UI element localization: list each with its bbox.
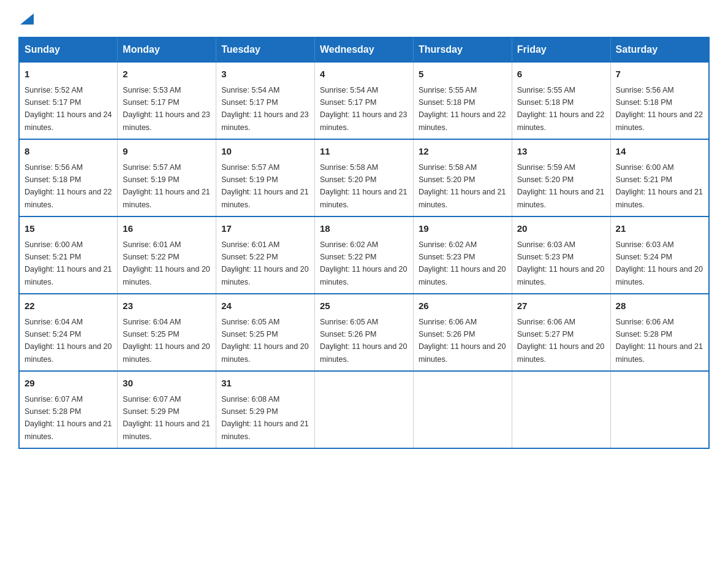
calendar-day-cell: 26 Sunrise: 6:06 AMSunset: 5:26 PMDaylig… — [413, 294, 512, 371]
day-number: 15 — [25, 222, 112, 236]
day-info: Sunrise: 5:53 AMSunset: 5:17 PMDaylight:… — [123, 86, 210, 132]
calendar-day-header: Tuesday — [216, 37, 315, 62]
day-info: Sunrise: 6:02 AMSunset: 5:22 PMDaylight:… — [320, 240, 407, 286]
day-number: 13 — [517, 145, 605, 159]
calendar-week-row: 8 Sunrise: 5:56 AMSunset: 5:18 PMDayligh… — [19, 139, 709, 216]
calendar-day-cell: 28 Sunrise: 6:06 AMSunset: 5:28 PMDaylig… — [610, 294, 709, 371]
day-info: Sunrise: 6:08 AMSunset: 5:29 PMDaylight:… — [221, 395, 308, 441]
calendar-day-cell: 19 Sunrise: 6:02 AMSunset: 5:23 PMDaylig… — [413, 216, 512, 294]
calendar-day-header: Wednesday — [315, 37, 414, 62]
calendar-day-cell: 20 Sunrise: 6:03 AMSunset: 5:23 PMDaylig… — [512, 216, 610, 294]
day-number: 9 — [123, 145, 211, 159]
calendar-day-cell: 1 Sunrise: 5:52 AMSunset: 5:17 PMDayligh… — [19, 62, 118, 139]
day-info: Sunrise: 5:54 AMSunset: 5:17 PMDaylight:… — [221, 86, 308, 132]
day-number: 10 — [221, 145, 309, 159]
calendar-day-cell: 2 Sunrise: 5:53 AMSunset: 5:17 PMDayligh… — [118, 62, 216, 139]
calendar-day-cell: 5 Sunrise: 5:55 AMSunset: 5:18 PMDayligh… — [413, 62, 512, 139]
calendar-day-cell: 23 Sunrise: 6:04 AMSunset: 5:25 PMDaylig… — [118, 294, 216, 371]
calendar-day-cell: 22 Sunrise: 6:04 AMSunset: 5:24 PMDaylig… — [19, 294, 118, 371]
day-number: 28 — [616, 299, 703, 313]
calendar-day-cell: 6 Sunrise: 5:55 AMSunset: 5:18 PMDayligh… — [512, 62, 610, 139]
svg-marker-0 — [20, 13, 34, 25]
day-info: Sunrise: 6:07 AMSunset: 5:28 PMDaylight:… — [25, 395, 112, 441]
calendar-day-cell — [610, 371, 709, 448]
calendar-day-cell: 4 Sunrise: 5:54 AMSunset: 5:17 PMDayligh… — [315, 62, 414, 139]
day-number: 25 — [320, 299, 408, 313]
calendar-week-row: 1 Sunrise: 5:52 AMSunset: 5:17 PMDayligh… — [19, 62, 709, 139]
calendar-week-row: 29 Sunrise: 6:07 AMSunset: 5:28 PMDaylig… — [19, 371, 709, 448]
day-number: 11 — [320, 145, 408, 159]
day-info: Sunrise: 6:07 AMSunset: 5:29 PMDaylight:… — [123, 395, 210, 441]
day-info: Sunrise: 5:54 AMSunset: 5:17 PMDaylight:… — [320, 86, 407, 132]
day-info: Sunrise: 5:56 AMSunset: 5:18 PMDaylight:… — [25, 163, 112, 209]
day-number: 29 — [25, 377, 112, 391]
day-info: Sunrise: 5:55 AMSunset: 5:18 PMDaylight:… — [517, 86, 604, 132]
day-info: Sunrise: 6:02 AMSunset: 5:23 PMDaylight:… — [419, 240, 506, 286]
calendar-day-cell: 21 Sunrise: 6:03 AMSunset: 5:24 PMDaylig… — [610, 216, 709, 294]
day-number: 18 — [320, 222, 408, 236]
day-info: Sunrise: 5:58 AMSunset: 5:20 PMDaylight:… — [419, 163, 506, 209]
day-number: 31 — [221, 377, 309, 391]
day-number: 6 — [517, 67, 605, 82]
day-info: Sunrise: 6:00 AMSunset: 5:21 PMDaylight:… — [616, 163, 703, 209]
calendar-week-row: 22 Sunrise: 6:04 AMSunset: 5:24 PMDaylig… — [19, 294, 709, 371]
page-header — [18, 12, 710, 25]
calendar-day-cell: 9 Sunrise: 5:57 AMSunset: 5:19 PMDayligh… — [118, 139, 216, 216]
calendar-day-cell — [413, 371, 512, 448]
day-number: 16 — [123, 222, 211, 236]
calendar-day-header: Friday — [512, 37, 610, 62]
day-info: Sunrise: 5:59 AMSunset: 5:20 PMDaylight:… — [517, 163, 604, 209]
calendar-day-header: Thursday — [413, 37, 512, 62]
day-number: 4 — [320, 67, 408, 82]
day-number: 27 — [517, 299, 605, 313]
day-number: 7 — [616, 67, 703, 82]
day-info: Sunrise: 5:57 AMSunset: 5:19 PMDaylight:… — [221, 163, 308, 209]
day-number: 2 — [123, 67, 211, 82]
day-number: 30 — [123, 377, 211, 391]
logo — [18, 12, 34, 25]
day-info: Sunrise: 6:04 AMSunset: 5:25 PMDaylight:… — [123, 318, 210, 364]
calendar-day-cell: 18 Sunrise: 6:02 AMSunset: 5:22 PMDaylig… — [315, 216, 414, 294]
calendar-day-cell: 30 Sunrise: 6:07 AMSunset: 5:29 PMDaylig… — [118, 371, 216, 448]
calendar-header-row: SundayMondayTuesdayWednesdayThursdayFrid… — [19, 37, 709, 62]
day-number: 5 — [419, 67, 507, 82]
day-number: 26 — [419, 299, 507, 313]
day-info: Sunrise: 6:03 AMSunset: 5:23 PMDaylight:… — [517, 240, 604, 286]
day-info: Sunrise: 6:01 AMSunset: 5:22 PMDaylight:… — [123, 240, 210, 286]
day-number: 20 — [517, 222, 605, 236]
day-number: 17 — [221, 222, 309, 236]
day-info: Sunrise: 5:58 AMSunset: 5:20 PMDaylight:… — [320, 163, 407, 209]
calendar-day-cell — [315, 371, 414, 448]
day-info: Sunrise: 5:56 AMSunset: 5:18 PMDaylight:… — [616, 86, 703, 132]
calendar-day-cell: 14 Sunrise: 6:00 AMSunset: 5:21 PMDaylig… — [610, 139, 709, 216]
day-info: Sunrise: 6:03 AMSunset: 5:24 PMDaylight:… — [616, 240, 703, 286]
day-number: 21 — [616, 222, 703, 236]
calendar-day-cell: 24 Sunrise: 6:05 AMSunset: 5:25 PMDaylig… — [216, 294, 315, 371]
day-info: Sunrise: 6:05 AMSunset: 5:26 PMDaylight:… — [320, 318, 407, 364]
day-info: Sunrise: 6:01 AMSunset: 5:22 PMDaylight:… — [221, 240, 308, 286]
calendar-day-cell: 31 Sunrise: 6:08 AMSunset: 5:29 PMDaylig… — [216, 371, 315, 448]
day-number: 23 — [123, 299, 211, 313]
day-info: Sunrise: 6:05 AMSunset: 5:25 PMDaylight:… — [221, 318, 308, 364]
calendar-day-cell: 13 Sunrise: 5:59 AMSunset: 5:20 PMDaylig… — [512, 139, 610, 216]
logo-triangle-icon — [20, 13, 34, 25]
calendar-day-cell: 10 Sunrise: 5:57 AMSunset: 5:19 PMDaylig… — [216, 139, 315, 216]
day-info: Sunrise: 6:04 AMSunset: 5:24 PMDaylight:… — [25, 318, 112, 364]
calendar-day-cell: 11 Sunrise: 5:58 AMSunset: 5:20 PMDaylig… — [315, 139, 414, 216]
day-number: 19 — [419, 222, 507, 236]
calendar-day-cell: 17 Sunrise: 6:01 AMSunset: 5:22 PMDaylig… — [216, 216, 315, 294]
day-number: 1 — [25, 67, 112, 82]
day-number: 3 — [221, 67, 309, 82]
calendar-table: SundayMondayTuesdayWednesdayThursdayFrid… — [18, 37, 710, 449]
calendar-day-cell: 12 Sunrise: 5:58 AMSunset: 5:20 PMDaylig… — [413, 139, 512, 216]
calendar-day-cell: 7 Sunrise: 5:56 AMSunset: 5:18 PMDayligh… — [610, 62, 709, 139]
day-info: Sunrise: 5:55 AMSunset: 5:18 PMDaylight:… — [419, 86, 506, 132]
calendar-day-cell: 8 Sunrise: 5:56 AMSunset: 5:18 PMDayligh… — [19, 139, 118, 216]
day-number: 22 — [25, 299, 112, 313]
day-number: 12 — [419, 145, 507, 159]
day-info: Sunrise: 5:57 AMSunset: 5:19 PMDaylight:… — [123, 163, 210, 209]
calendar-day-cell: 16 Sunrise: 6:01 AMSunset: 5:22 PMDaylig… — [118, 216, 216, 294]
day-number: 24 — [221, 299, 309, 313]
day-info: Sunrise: 6:06 AMSunset: 5:26 PMDaylight:… — [419, 318, 506, 364]
day-number: 8 — [25, 145, 112, 159]
